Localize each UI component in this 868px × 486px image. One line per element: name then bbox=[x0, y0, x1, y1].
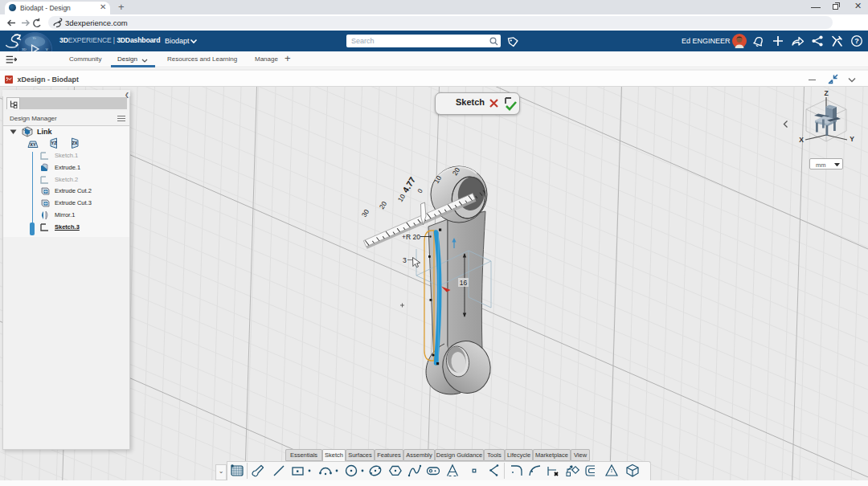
svg-text:3: 3 bbox=[403, 256, 407, 264]
svg-text:+R 20: +R 20 bbox=[402, 233, 420, 241]
svg-text:Z: Z bbox=[824, 89, 828, 97]
svg-text:0: 0 bbox=[416, 187, 424, 194]
svg-text:16: 16 bbox=[460, 279, 468, 287]
svg-text:30: 30 bbox=[360, 208, 371, 219]
svg-text:Y: Y bbox=[850, 135, 854, 143]
svg-text:XY: XY bbox=[30, 142, 36, 147]
svg-text:YZ: YZ bbox=[51, 141, 57, 145]
svg-text:?: ? bbox=[854, 37, 859, 45]
svg-text:10: 10 bbox=[396, 193, 407, 204]
svg-text:4.77: 4.77 bbox=[400, 175, 417, 194]
svg-text:X: X bbox=[799, 136, 804, 144]
svg-text:Yr: Yr bbox=[32, 36, 36, 40]
svg-text:20: 20 bbox=[378, 200, 389, 211]
svg-text:ZX: ZX bbox=[72, 141, 77, 145]
